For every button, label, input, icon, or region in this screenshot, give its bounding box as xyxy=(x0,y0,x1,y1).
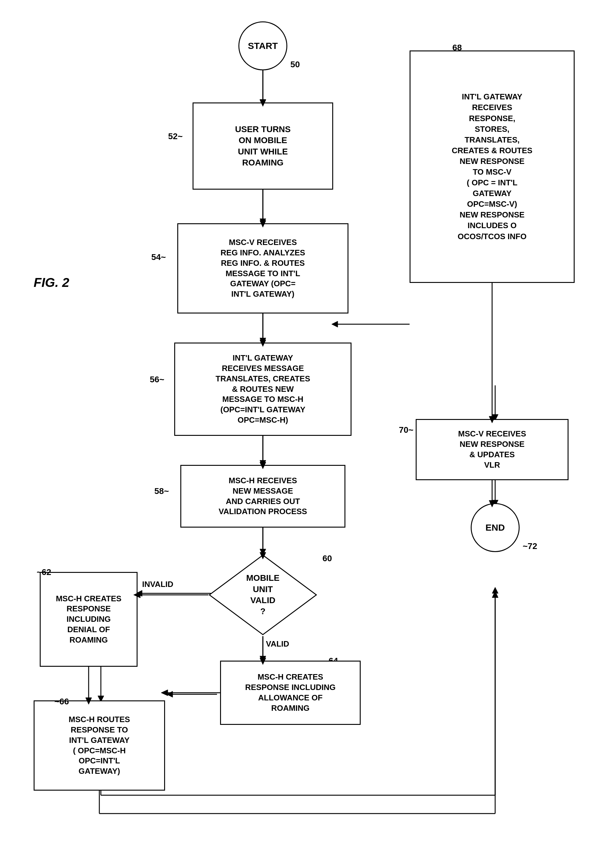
label-62: ~62 xyxy=(37,567,51,577)
label-72: ~72 xyxy=(523,541,537,551)
label-52: 52~ xyxy=(168,132,183,141)
step-62: MSC-H CREATES RESPONSE INCLUDING DENIAL … xyxy=(40,572,138,667)
start-node: START xyxy=(238,22,287,70)
svg-marker-17 xyxy=(167,691,173,698)
flowchart-diagram: START 50 USER TURNS ON MOBILE UNIT WHILE… xyxy=(0,0,611,868)
figure-label: FIG. 2 xyxy=(34,275,70,290)
svg-marker-27 xyxy=(332,321,338,327)
label-56: 56~ xyxy=(150,375,164,384)
valid-label: VALID xyxy=(266,639,289,649)
step-68: INT'L GATEWAY RECEIVES RESPONSE, STORES,… xyxy=(410,50,575,283)
label-60: 60 xyxy=(322,553,332,563)
step-66: MSC-H ROUTES RESPONSE TO INT'L GATEWAY (… xyxy=(34,701,165,790)
label-68: 68 xyxy=(452,43,462,53)
step-52: USER TURNS ON MOBILE UNIT WHILE ROAMING xyxy=(193,102,333,190)
end-node: END xyxy=(471,503,520,552)
svg-marker-21 xyxy=(492,587,498,593)
label-54: 54~ xyxy=(151,252,166,262)
svg-marker-50 xyxy=(492,591,498,598)
label-70: 70~ xyxy=(399,425,413,435)
step-58: MSC-H RECEIVES NEW MESSAGE AND CARRIES O… xyxy=(180,465,345,528)
label-66: ~66 xyxy=(54,697,69,707)
step-64: MSC-H CREATES RESPONSE INCLUDING ALLOWAN… xyxy=(220,660,361,725)
label-58: 58~ xyxy=(154,486,169,496)
step-70: MSC-V RECEIVES NEW RESPONSE & UPDATES VL… xyxy=(416,419,569,480)
step-56: INT'L GATEWAY RECEIVES MESSAGE TRANSLATE… xyxy=(174,343,351,436)
svg-marker-46 xyxy=(161,690,168,696)
step-54: MSC-V RECEIVES REG INFO. ANALYZES REG IN… xyxy=(177,223,348,313)
label-50: 50 xyxy=(290,60,300,70)
decision-60: MOBILEUNITVALID? xyxy=(208,553,318,636)
invalid-label: INVALID xyxy=(142,580,173,589)
